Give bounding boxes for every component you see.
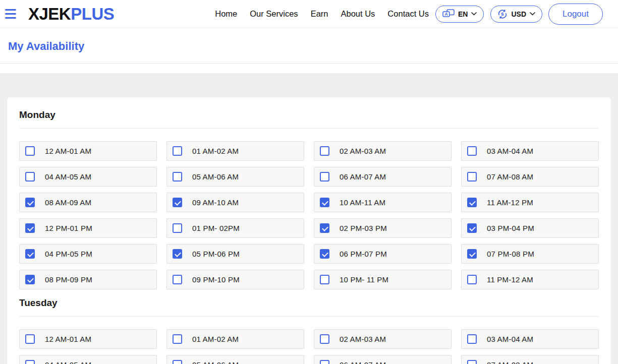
slot-checkbox[interactable] [467, 172, 477, 181]
slot-label: 08 PM-09 PM [45, 275, 92, 284]
nav-item-earn[interactable]: Earn [311, 9, 328, 19]
language-value: EN [458, 10, 468, 18]
slot-checkbox[interactable] [467, 249, 477, 259]
slot-label: 01 AM-02 AM [192, 147, 239, 155]
slot-checkbox[interactable] [320, 172, 329, 181]
time-slot-card[interactable]: 05 AM-06 AM [166, 167, 304, 187]
time-slot-card[interactable]: 04 PM-05 PM [19, 244, 157, 264]
slot-checkbox[interactable] [320, 198, 329, 207]
time-slot-card[interactable]: 11 AM-12 PM [461, 193, 599, 212]
time-slot-card[interactable]: 05 AM-06 AM [166, 355, 304, 364]
slot-label: 03 AM-04 AM [487, 335, 533, 343]
time-slot-card[interactable]: 09 AM-10 AM [166, 193, 304, 212]
time-slot-card[interactable]: 12 PM-01 PM [19, 218, 157, 238]
time-slot-card[interactable]: 01 PM- 02PM [166, 218, 304, 238]
slot-checkbox[interactable] [173, 172, 182, 181]
brand-logo[interactable]: XJEKPLUS [28, 6, 114, 22]
slot-checkbox[interactable] [173, 146, 182, 156]
time-slot-card[interactable]: 10 PM- 11 PM [314, 270, 452, 289]
time-slot-card[interactable]: 03 PM-04 PM [461, 218, 599, 238]
slot-checkbox[interactable] [25, 249, 35, 259]
slot-checkbox[interactable] [25, 334, 35, 344]
time-slot-card[interactable]: 10 AM-11 AM [314, 193, 452, 212]
slot-checkbox[interactable] [173, 275, 182, 284]
slot-label: 05 AM-06 AM [192, 172, 239, 181]
slot-checkbox[interactable] [25, 223, 35, 233]
slot-label: 06 AM-07 AM [340, 172, 386, 181]
nav-item-about-us[interactable]: About Us [341, 9, 375, 19]
slot-checkbox[interactable] [320, 360, 329, 364]
slot-checkbox[interactable] [173, 198, 182, 207]
time-slot-card[interactable]: 06 PM-07 PM [314, 244, 452, 264]
time-slot-card[interactable]: 03 AM-04 AM [461, 141, 599, 161]
time-slot-card[interactable]: 07 AM-08 AM [461, 167, 599, 187]
slot-checkbox[interactable] [320, 275, 329, 284]
time-slot-card[interactable]: 08 AM-09 AM [19, 193, 157, 212]
day-section: Tuesday 12 AM-01 AM 01 AM-02 AM 02 AM-03… [19, 297, 599, 364]
hamburger-menu-icon[interactable] [5, 9, 16, 19]
nav-item-contact-us[interactable]: Contact Us [387, 9, 429, 19]
slot-label: 11 AM-12 PM [487, 198, 533, 207]
slot-checkbox[interactable] [320, 334, 329, 344]
top-navbar: XJEKPLUS Home Our Services Earn About Us… [0, 0, 618, 28]
slot-checkbox[interactable] [467, 360, 477, 364]
slot-checkbox[interactable] [25, 198, 35, 207]
time-slot-card[interactable]: 07 PM-08 PM [461, 244, 599, 264]
slot-checkbox[interactable] [25, 360, 35, 364]
slot-label: 12 AM-01 AM [45, 335, 91, 343]
time-slot-card[interactable]: 12 AM-01 AM [19, 329, 157, 349]
time-slot-card[interactable]: 08 PM-09 PM [19, 270, 157, 289]
time-slot-card[interactable]: 09 PM-10 PM [166, 270, 304, 289]
time-slot-card[interactable]: 02 AM-03 AM [314, 141, 452, 161]
time-slot-card[interactable]: 07 AM-08 AM [461, 355, 599, 364]
time-slot-card[interactable]: 04 AM-05 AM [19, 355, 157, 364]
time-slot-card[interactable]: 12 AM-01 AM [19, 141, 157, 161]
time-slot-card[interactable]: 06 AM-07 AM [314, 355, 452, 364]
slot-checkbox[interactable] [25, 172, 35, 181]
slot-label: 03 AM-04 AM [487, 147, 533, 155]
slot-checkbox[interactable] [467, 146, 477, 156]
slot-checkbox[interactable] [173, 249, 182, 259]
time-slot-card[interactable]: 02 PM-03 PM [314, 218, 452, 238]
main-nav: Home Our Services Earn About Us Contact … [215, 9, 429, 19]
slot-checkbox[interactable] [173, 334, 182, 344]
day-section: Monday 12 AM-01 AM 01 AM-02 AM 02 AM-03 … [19, 109, 599, 289]
time-slot-card[interactable]: 01 AM-02 AM [166, 141, 304, 161]
nav-item-home[interactable]: Home [215, 9, 237, 19]
slot-checkbox[interactable] [320, 146, 329, 156]
slot-checkbox[interactable] [467, 275, 477, 284]
slot-label: 04 PM-05 PM [45, 250, 92, 258]
time-slot-card[interactable]: 05 PM-06 PM [166, 244, 304, 264]
slot-checkbox[interactable] [320, 223, 329, 233]
slot-label: 09 AM-10 AM [192, 198, 239, 207]
slot-checkbox[interactable] [467, 198, 477, 207]
logout-button[interactable]: Logout [548, 4, 603, 25]
slot-checkbox[interactable] [25, 146, 35, 156]
time-slot-card[interactable]: 02 AM-03 AM [314, 329, 452, 349]
slot-checkbox[interactable] [25, 275, 35, 284]
slot-label: 10 PM- 11 PM [340, 275, 388, 284]
time-slot-card[interactable]: 04 AM-05 AM [19, 167, 157, 187]
slot-checkbox[interactable] [173, 223, 182, 233]
slot-grid: 12 AM-01 AM 01 AM-02 AM 02 AM-03 AM 03 A… [19, 141, 599, 289]
slot-label: 05 AM-06 AM [192, 360, 239, 364]
slot-label: 04 AM-05 AM [45, 360, 91, 364]
time-slot-card[interactable]: 03 AM-04 AM [461, 329, 599, 349]
day-divider [19, 128, 599, 129]
slot-checkbox[interactable] [467, 334, 477, 344]
currency-exchange-icon: $ [497, 9, 508, 19]
time-slot-card[interactable]: 01 AM-02 AM [166, 329, 304, 349]
slot-checkbox[interactable] [173, 360, 182, 364]
language-selector[interactable]: A EN [435, 6, 484, 23]
time-slot-card[interactable]: 06 AM-07 AM [314, 167, 452, 187]
slot-label: 07 AM-08 AM [487, 172, 533, 181]
slot-checkbox[interactable] [320, 249, 329, 259]
slot-checkbox[interactable] [467, 223, 477, 233]
nav-item-our-services[interactable]: Our Services [250, 9, 298, 19]
slot-label: 11 PM-12 AM [487, 275, 533, 284]
slot-label: 01 AM-02 AM [192, 335, 239, 343]
time-slot-card[interactable]: 11 PM-12 AM [461, 270, 599, 289]
slot-label: 12 AM-01 AM [45, 147, 91, 155]
currency-selector[interactable]: $ USD [490, 6, 542, 23]
svg-text:$: $ [501, 11, 504, 17]
